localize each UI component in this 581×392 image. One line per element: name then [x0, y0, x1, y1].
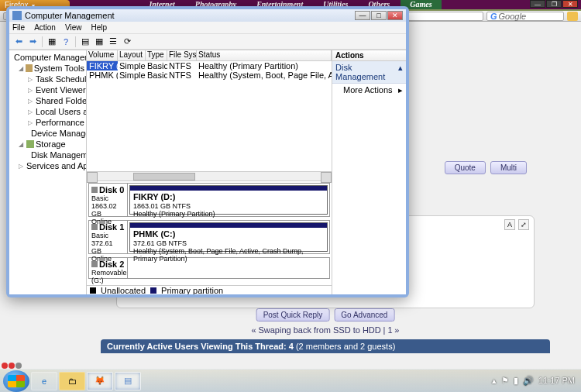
go-advanced-button[interactable]: Go Advanced — [334, 308, 394, 322]
quote-buttons: Quote Multi — [445, 161, 527, 174]
taskbar-explorer-icon[interactable]: 🗀 — [59, 372, 85, 390]
window-title: Computer Management — [25, 11, 115, 20]
close-button[interactable]: ✕ — [387, 11, 403, 20]
action-center-icon[interactable]: ⚑ — [501, 376, 509, 386]
computer-management-window: Computer Management — □ ✕ File Action Vi… — [6, 6, 409, 297]
app-icon — [12, 11, 22, 20]
more-actions-item[interactable]: More Actions▸ — [332, 84, 406, 97]
help-icon[interactable]: ? — [60, 36, 72, 48]
editor-expand-icon[interactable]: ⤢ — [518, 219, 529, 230]
legend: Unallocated Primary partition — [87, 285, 332, 294]
tree-item[interactable]: Device Manager — [9, 128, 86, 139]
clock[interactable]: 11:17 PM — [538, 377, 575, 385]
network-icon[interactable]: ▮ — [514, 376, 518, 386]
thread-nav: « Swaping back from SSD to HDD | 1 » — [85, 325, 566, 335]
tree-item[interactable]: ▷Task Scheduler — [9, 74, 86, 84]
taskbar-ie-icon[interactable]: e — [31, 372, 57, 390]
start-button[interactable] — [3, 370, 29, 392]
actions-section[interactable]: Disk Management▴ — [332, 61, 406, 84]
system-tray[interactable]: ▴ ⚑ ▮ 🔊 11:17 PM — [489, 376, 578, 386]
col-volume[interactable]: Volume — [87, 50, 118, 60]
minimize-button[interactable]: — — [355, 11, 370, 20]
menu-view[interactable]: View — [65, 23, 82, 32]
home-button[interactable] — [567, 12, 578, 21]
tree-item[interactable]: ▷Performance — [9, 117, 86, 128]
horizontal-scrollbar[interactable] — [87, 171, 332, 181]
show-hide-tree-icon[interactable]: ▦ — [46, 36, 58, 48]
tree-item[interactable]: ◢Storage — [9, 139, 86, 150]
menu-file[interactable]: File — [12, 23, 25, 32]
volume-row[interactable]: PHMK (C:)SimpleBasicNTFSHealthy (System,… — [87, 70, 332, 80]
taskbar: e 🗀 🦊 ▤ ▴ ⚑ ▮ 🔊 11:17 PM — [0, 369, 581, 392]
legend-primary-icon — [150, 287, 156, 294]
multi-quote-button[interactable]: Multi — [490, 161, 527, 174]
volume-icon[interactable]: 🔊 — [523, 376, 534, 386]
editor-mode-icon[interactable]: A — [504, 219, 515, 230]
disk-map[interactable]: Disk 0Basic1863.02 GBOnlineFIKRY (D:)186… — [87, 181, 332, 285]
refresh-icon[interactable]: ⟳ — [121, 36, 133, 48]
col-layout[interactable]: Layout — [118, 50, 146, 60]
window-titlebar[interactable]: Computer Management — □ ✕ — [9, 9, 406, 22]
quote-button[interactable]: Quote — [445, 161, 486, 174]
forward-icon[interactable]: ➡ — [26, 36, 39, 48]
actions-pane: Actions Disk Management▴ More Actions▸ — [332, 50, 406, 294]
console-tree[interactable]: Computer Management (Local◢System Tools▷… — [9, 50, 87, 294]
center-panel: Volume Layout Type File System Status FI… — [87, 50, 332, 294]
tree-item[interactable]: ▷Event Viewer — [9, 84, 86, 95]
tree-item[interactable]: Disk Management — [9, 150, 86, 160]
view-top-icon[interactable]: ▤ — [79, 36, 91, 48]
tree-item[interactable]: ◢System Tools — [9, 63, 86, 74]
menu-bar: File Action View Help — [9, 22, 406, 34]
settings-icon[interactable]: ☰ — [107, 36, 119, 48]
google-icon: G — [490, 12, 497, 21]
col-status[interactable]: Status — [197, 50, 332, 60]
tree-item[interactable]: ▷Local Users and Groups — [9, 106, 86, 117]
col-type[interactable]: Type — [146, 50, 167, 60]
menu-action[interactable]: Action — [34, 23, 56, 32]
view-bottom-icon[interactable]: ▦ — [93, 36, 105, 48]
toolbar: ⬅ ➡ ▦ ? ▤ ▦ ☰ ⟳ — [9, 34, 406, 50]
taskbar-firefox-icon[interactable]: 🦊 — [87, 372, 113, 390]
browser-window-controls: — ❐ ✕ — [530, 0, 578, 8]
submenu-icon: ▸ — [398, 85, 403, 95]
col-filesystem[interactable]: File System — [167, 50, 197, 60]
menu-help[interactable]: Help — [91, 23, 107, 32]
desktop: Internet Photography Entertainment Utili… — [0, 0, 581, 392]
tray-overflow[interactable] — [2, 363, 22, 369]
disk-row[interactable]: Disk 0Basic1863.02 GBOnlineFIKRY (D:)186… — [88, 183, 330, 217]
tree-item[interactable]: ▷Services and Applications — [9, 160, 86, 171]
tree-item[interactable]: Computer Management (Local — [9, 52, 86, 63]
disk-row[interactable]: Disk 2Removable (G:)No Media — [88, 257, 330, 279]
browser-close-button[interactable]: ✕ — [562, 0, 578, 8]
maximize-button[interactable]: □ — [371, 11, 387, 20]
browser-minimize-button[interactable]: — — [530, 0, 545, 8]
post-quick-reply-button[interactable]: Post Quick Reply — [256, 308, 330, 322]
thread-nav-link[interactable]: Swaping back from SSD to HDD — [258, 325, 380, 335]
taskbar-mmc-icon[interactable]: ▤ — [115, 372, 141, 390]
back-icon[interactable]: ⬅ — [12, 36, 25, 48]
volume-row[interactable]: FIKRY (D:)SimpleBasicNTFSHealthy (Primar… — [87, 61, 332, 70]
tree-item[interactable]: ▷Shared Folders — [9, 95, 86, 106]
browser-restore-button[interactable]: ❐ — [546, 0, 562, 8]
volume-list[interactable]: Volume Layout Type File System Status FI… — [87, 50, 332, 181]
partition[interactable]: FIKRY (D:)1863.01 GB NTFSHealthy (Primar… — [129, 185, 328, 215]
partition[interactable]: PHMK (C:)372.61 GB NTFSHealthy (System, … — [129, 222, 328, 252]
viewing-bar: Currently Active Users Viewing This Thre… — [101, 339, 550, 353]
legend-unallocated-icon — [90, 287, 96, 294]
actions-header: Actions — [332, 50, 406, 61]
search-input[interactable]: GGoogle — [486, 12, 564, 21]
disk-row[interactable]: Disk 1Basic372.61 GBOnlinePHMK (C:)372.6… — [88, 220, 330, 254]
collapse-icon[interactable]: ▴ — [398, 63, 403, 81]
show-hidden-icon[interactable]: ▴ — [492, 376, 497, 386]
